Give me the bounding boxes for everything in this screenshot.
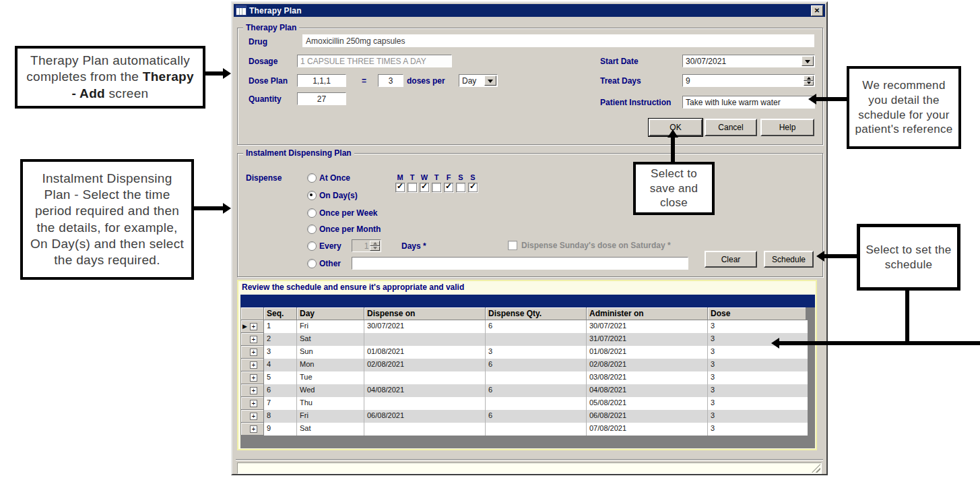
- patient-instruction-field[interactable]: Take with luke warm water: [682, 96, 815, 109]
- period-combobox[interactable]: Day: [459, 74, 498, 87]
- column-header[interactable]: Seq.: [264, 307, 297, 320]
- drug-field[interactable]: Amoxicillin 250mg capsules: [302, 34, 814, 47]
- expand-icon[interactable]: +: [250, 336, 257, 343]
- callout-patient-reference: We recommend you detail the schedule for…: [847, 66, 961, 149]
- table-row[interactable]: +5Tue03/08/20213: [241, 371, 808, 384]
- table-row[interactable]: +9Sat07/08/20213: [241, 423, 808, 436]
- expand-icon[interactable]: +: [250, 374, 257, 382]
- cell: 03/08/2021: [587, 371, 708, 384]
- table-row[interactable]: +7Thu05/08/20213: [241, 397, 808, 410]
- check-icon: ✓: [445, 181, 452, 191]
- close-button[interactable]: ✕: [811, 5, 823, 16]
- cell: 1: [264, 320, 297, 333]
- instalment-plan-group: Instalment Dispensing Plan Dispense At O…: [237, 153, 823, 277]
- row-selector[interactable]: +: [241, 346, 264, 359]
- spin-up-icon[interactable]: [804, 76, 814, 81]
- radio-other[interactable]: [307, 259, 317, 268]
- cell: 3: [708, 371, 806, 384]
- resize-grip[interactable]: [812, 464, 820, 473]
- radio-at-once[interactable]: [307, 173, 317, 183]
- cell: 6: [264, 384, 297, 397]
- spin-down-icon[interactable]: [804, 81, 814, 86]
- every-days-spinner[interactable]: 1: [352, 239, 381, 252]
- expand-icon[interactable]: +: [250, 400, 257, 407]
- row-selector[interactable]: +: [241, 410, 264, 423]
- weekday-checkbox-3[interactable]: ✓: [418, 183, 430, 192]
- help-button[interactable]: Help: [760, 119, 814, 136]
- weekday-checkbox-1[interactable]: ✓: [394, 183, 406, 192]
- cancel-button[interactable]: Cancel: [705, 119, 757, 136]
- every-days-value: 1: [364, 241, 369, 251]
- row-selector[interactable]: +: [241, 397, 264, 410]
- clear-button[interactable]: Clear: [705, 251, 757, 268]
- saturday-checkbox[interactable]: [508, 241, 517, 250]
- table-row[interactable]: +2Sat31/07/20213: [241, 333, 808, 346]
- arrow-left-icon: [808, 94, 816, 104]
- expand-icon[interactable]: +: [250, 349, 257, 356]
- expand-icon[interactable]: +: [250, 387, 257, 394]
- dose-plan-field[interactable]: 1,1,1: [297, 74, 346, 87]
- dosage-field[interactable]: 1 CAPSULE THREE TIMES A DAY: [297, 55, 452, 67]
- treat-days-spin-buttons[interactable]: [804, 76, 814, 86]
- table-row[interactable]: +6Wed04/08/2021604/08/20213: [241, 384, 808, 397]
- table-row[interactable]: +3Sun01/08/2021301/08/20213: [241, 346, 808, 359]
- column-header[interactable]: Day: [297, 307, 364, 320]
- weekday-checkbox-6[interactable]: [455, 183, 467, 192]
- cell: 3: [486, 346, 587, 359]
- therapy-plan-group: Therapy Plan Drug Amoxicillin 250mg caps…: [237, 28, 823, 145]
- weekday-checkbox-2[interactable]: [406, 183, 418, 192]
- column-header[interactable]: Dose: [708, 307, 806, 320]
- table-row[interactable]: +8Fri06/08/2021606/08/20213: [241, 410, 808, 423]
- weekday-checkboxes: ✓✓✓✓: [394, 183, 479, 192]
- radio-once-per-month[interactable]: [307, 225, 317, 234]
- radio-every-label: Every: [319, 241, 341, 251]
- radio-at-once-label: At Once: [319, 173, 350, 183]
- arrow-left-icon: [771, 338, 779, 349]
- row-selector[interactable]: +: [241, 359, 264, 371]
- expand-icon[interactable]: +: [250, 413, 257, 420]
- table-row[interactable]: ▶+1Fri30/07/2021630/07/20213: [241, 320, 808, 333]
- weekday-checkbox-7[interactable]: ✓: [467, 183, 479, 192]
- cell: 02/08/2021: [587, 359, 708, 371]
- radio-once-per-week[interactable]: [307, 208, 317, 218]
- row-selector[interactable]: +: [241, 384, 264, 397]
- row-selector[interactable]: ▶+: [241, 320, 264, 333]
- expand-icon[interactable]: +: [250, 361, 257, 369]
- callout-save-close: Select to save and close: [633, 162, 715, 215]
- check-icon: ✓: [421, 181, 428, 191]
- title-bar[interactable]: Therapy Plan ✕: [234, 4, 825, 17]
- treat-days-spinner[interactable]: 9: [682, 74, 815, 87]
- callout-connector-line: [779, 341, 980, 345]
- schedule-button[interactable]: Schedule: [764, 251, 814, 268]
- column-header[interactable]: Dispense on: [364, 307, 486, 320]
- other-field[interactable]: [352, 257, 688, 270]
- cell: 3: [708, 397, 806, 410]
- column-header[interactable]: Dispense Qty.: [486, 307, 587, 320]
- expand-icon[interactable]: +: [250, 425, 257, 433]
- weekday-checkbox-4[interactable]: [430, 183, 443, 192]
- period-dropdown-icon[interactable]: [484, 76, 496, 86]
- cell: 6: [486, 410, 587, 423]
- page: Therapy Plan ✕ Therapy Plan Drug Amoxici…: [0, 0, 980, 478]
- quantity-field[interactable]: 27: [297, 92, 346, 105]
- row-selector[interactable]: +: [241, 333, 264, 346]
- close-icon: ✕: [814, 7, 820, 14]
- row-selector[interactable]: +: [241, 423, 264, 436]
- cell: Fri: [297, 410, 364, 423]
- column-header[interactable]: Administer on: [587, 307, 708, 320]
- table-row[interactable]: +4Mon02/08/2021602/08/20213: [241, 359, 808, 371]
- cell: 8: [264, 410, 297, 423]
- cell: [486, 333, 587, 346]
- treat-days-value: 9: [686, 76, 690, 86]
- callout-patient-reference-text: We recommend you detail the schedule for…: [855, 78, 953, 137]
- radio-on-days[interactable]: [307, 191, 317, 200]
- start-date-dropdown-icon[interactable]: [802, 56, 814, 66]
- expand-icon[interactable]: +: [250, 323, 257, 330]
- start-date-combobox[interactable]: 30/07/2021: [682, 55, 815, 67]
- radio-every[interactable]: [307, 241, 317, 251]
- cell: [364, 423, 486, 436]
- schedule-grid-header: Seq.DayDispense onDispense Qty.Administe…: [241, 307, 808, 320]
- weekday-checkbox-5[interactable]: ✓: [443, 183, 455, 192]
- row-selector[interactable]: +: [241, 371, 264, 384]
- doses-count-field[interactable]: 3: [378, 74, 403, 87]
